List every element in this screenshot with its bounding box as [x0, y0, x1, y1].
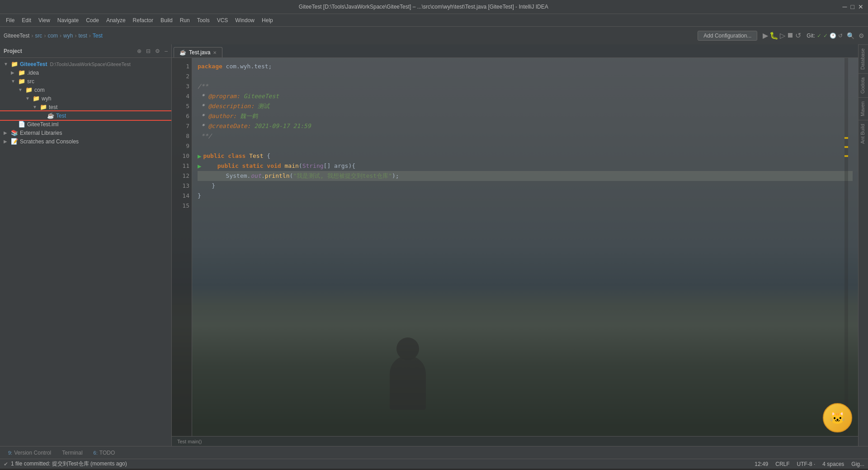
tree-item-test-folder[interactable]: ▼ 📁 test — [0, 103, 171, 111]
panel-layout-icon[interactable]: ⊟ — [146, 48, 151, 54]
code-content[interactable]: package com.wyh.test; /** * @program: Gi… — [192, 58, 858, 436]
file-tree: ▼ 📁 GiteeeTest D:\Tools\JavaWorkSpace\Gi… — [0, 58, 171, 446]
maximize-button[interactable]: □ — [851, 3, 854, 10]
tree-label-testfolder: test — [49, 104, 57, 110]
code-line-15 — [198, 201, 853, 211]
change-marker-2 — [844, 146, 848, 148]
run-coverage-icon[interactable]: ▷ — [780, 31, 785, 40]
menu-analyze[interactable]: Analyze — [103, 16, 129, 25]
close-button[interactable]: ✕ — [858, 3, 863, 10]
tree-item-giteetest[interactable]: ▼ 📁 GiteeeTest D:\Tools\JavaWorkSpace\Gi… — [0, 60, 171, 68]
run-icon[interactable]: ▶ — [763, 31, 768, 40]
menu-help[interactable]: Help — [258, 16, 277, 25]
tab-maven[interactable]: Maven — [859, 97, 868, 120]
add-configuration-button[interactable]: Add Configuration... — [698, 31, 757, 41]
menu-edit[interactable]: Edit — [18, 16, 35, 25]
toolbar: GiteeeTest › src › com › wyh › test › Te… — [0, 26, 868, 44]
menu-vcs[interactable]: VCS — [213, 16, 232, 25]
status-icon: ✔ — [4, 461, 8, 467]
code-line-6: * @author: 魏一鹤 — [198, 111, 853, 121]
tree-item-com[interactable]: ▼ 📁 com — [0, 85, 171, 94]
folder-wyh-icon: 📁 — [33, 95, 40, 102]
code-line-7: * @createDate: 2021-09-17 21:59 — [198, 121, 853, 131]
tree-item-src[interactable]: ▼ 📁 src — [0, 77, 171, 85]
tab-todo-num: 6: — [94, 450, 98, 456]
tab-label: Test.java — [189, 49, 210, 56]
tab-java-icon: ☕ — [179, 49, 186, 56]
breadcrumb-test[interactable]: test — [78, 33, 87, 39]
tree-item-idea[interactable]: ▶ 📁 .idea — [0, 68, 171, 77]
java-file-icon: ☕ — [47, 112, 54, 119]
tree-item-giteetest-iml[interactable]: ▶ 📄 GiteeTest.iml — [0, 120, 171, 128]
tree-label-testjava: Test — [56, 113, 66, 119]
ext-libraries-icon: 📚 — [11, 129, 18, 136]
git-revert-icon: ↺ — [838, 33, 843, 39]
status-git: Gig... — [851, 461, 864, 467]
search-button[interactable]: 🔍 — [844, 31, 857, 40]
menu-tools[interactable]: Tools — [193, 16, 213, 25]
tree-item-test-java[interactable]: ▶ ☕ Test — [0, 111, 171, 120]
tree-item-ext-libraries[interactable]: ▶ 📚 External Libraries — [0, 128, 171, 137]
folder-src-icon: 📁 — [18, 78, 25, 85]
menu-navigate[interactable]: Navigate — [54, 16, 82, 25]
run-arrow-10[interactable]: ▶ — [198, 151, 201, 161]
tab-close-button[interactable]: ✕ — [213, 50, 217, 55]
panel-add-icon[interactable]: ⊕ — [137, 48, 142, 54]
title-bar-controls[interactable]: ─ □ ✕ — [843, 3, 863, 10]
minimize-button[interactable]: ─ — [843, 3, 847, 10]
tree-label-extlib: External Libraries — [20, 130, 62, 136]
tab-todo-label: TODO — [99, 450, 115, 456]
menu-view[interactable]: View — [35, 16, 54, 25]
tab-version-control[interactable]: 9: Version Control — [4, 448, 56, 457]
code-line-13: } — [198, 181, 853, 191]
git-label: Git: — [807, 33, 815, 39]
tab-database[interactable]: Database — [859, 44, 868, 73]
debug-icon[interactable]: 🐛 — [769, 31, 778, 40]
menu-window[interactable]: Window — [231, 16, 258, 25]
run-arrow-11[interactable]: ▶ — [198, 161, 201, 171]
tree-item-scratches[interactable]: ▶ 📝 Scratches and Consoles — [0, 137, 171, 146]
panel-settings-icon[interactable]: ⚙ — [155, 48, 160, 54]
breadcrumb-testjava[interactable]: Test — [93, 33, 103, 39]
menu-refactor[interactable]: Refactor — [129, 16, 157, 25]
title-bar: GiteeTest [D:\Tools\JavaWorkSpace\GiteeT… — [0, 0, 868, 14]
settings-icon[interactable]: ⚙ — [859, 32, 864, 39]
panel-minimize-icon[interactable]: – — [165, 48, 168, 54]
menu-build[interactable]: Build — [157, 16, 176, 25]
tree-arrow-testfolder: ▼ — [33, 104, 40, 109]
rerun-icon[interactable]: ↺ — [795, 31, 801, 40]
tab-terminal[interactable]: Terminal — [57, 448, 87, 457]
tab-testjava[interactable]: ☕ Test.java ✕ — [174, 47, 222, 57]
scrollbar-area — [844, 58, 848, 436]
menu-code[interactable]: Code — [82, 16, 103, 25]
iml-icon: 📄 — [18, 121, 25, 128]
breadcrumb-project[interactable]: GiteeeTest — [4, 33, 29, 39]
tree-path: D:\Tools\JavaWorkSpace\GiteeeTest — [50, 62, 130, 67]
menu-file[interactable]: File — [2, 16, 18, 25]
breadcrumb-com[interactable]: com — [47, 33, 58, 39]
tree-arrow-extlib: ▶ — [4, 130, 11, 135]
editor-area: ☕ Test.java ✕ 1 2 3 4 5 6 7 8 9 10 11 12… — [172, 44, 858, 446]
title-bar-title: GiteeTest [D:\Tools\JavaWorkSpace\GiteeT… — [5, 4, 843, 10]
status-indent: 4 spaces — [822, 461, 844, 467]
tree-label-giteetest: GiteeeTest — [20, 61, 47, 67]
breadcrumb-wyh[interactable]: wyh — [63, 33, 73, 39]
stop-icon[interactable]: ⏹ — [787, 31, 794, 40]
tree-item-wyh[interactable]: ▼ 📁 wyh — [0, 94, 171, 103]
git-status: Git: ✓ ✓ 🕐 ↺ — [807, 33, 843, 39]
status-message: 1 file committed: 提交到Test仓库 (moments ago… — [11, 460, 127, 468]
tab-todo[interactable]: 6: TODO — [89, 448, 120, 457]
tree-arrow: ▼ — [4, 62, 11, 66]
tab-godota[interactable]: Godota — [859, 73, 868, 97]
menu-run[interactable]: Run — [176, 16, 193, 25]
tab-ant-build[interactable]: Ant Build — [859, 120, 868, 147]
status-encoding: CRLF — [775, 461, 789, 467]
breadcrumb-src[interactable]: src — [35, 33, 42, 39]
tree-label-wyh: wyh — [42, 95, 51, 102]
code-line-10: ▶ public class Test { — [198, 151, 853, 161]
code-line-12: System.out.println("我是测试, 我想被提交到test仓库")… — [198, 171, 853, 181]
change-marker-1 — [844, 137, 848, 139]
code-editor[interactable]: 1 2 3 4 5 6 7 8 9 10 11 12 13 14 15 pa — [172, 58, 858, 436]
status-bar: ✔ 1 file committed: 提交到Test仓库 (moments a… — [0, 459, 868, 469]
tree-label-src: src — [27, 78, 34, 85]
